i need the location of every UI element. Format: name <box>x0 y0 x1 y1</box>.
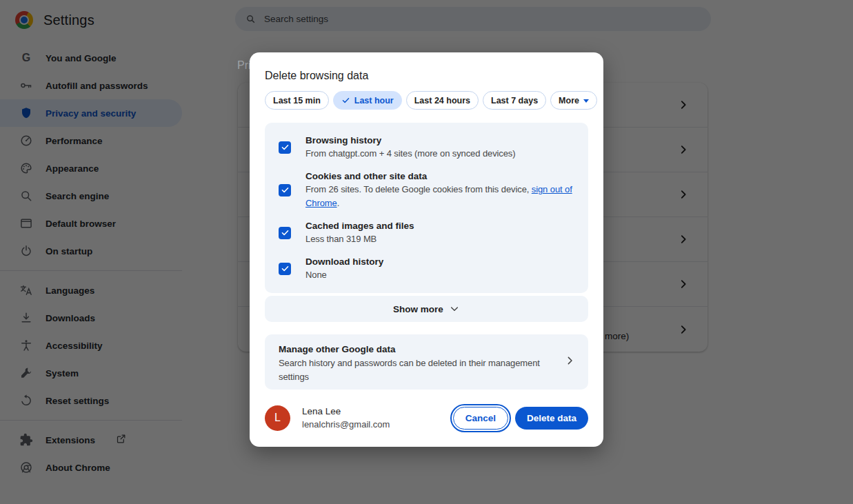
account-email: lenalchris@gmail.com <box>302 418 390 431</box>
check-icon <box>341 96 350 105</box>
chip-last-hour[interactable]: Last hour <box>333 91 402 110</box>
caret-down-icon <box>583 99 589 103</box>
time-range-chips: Last 15 min Last hour Last 24 hours Last… <box>265 91 588 110</box>
cached-images-checkbox[interactable] <box>279 227 291 239</box>
cancel-button[interactable]: Cancel <box>453 407 508 430</box>
chip-more[interactable]: More <box>550 91 597 110</box>
delete-data-button[interactable]: Delete data <box>515 407 588 430</box>
chevron-down-icon <box>449 303 460 314</box>
checkbox-row-cookies: Cookies and other site data From 26 site… <box>279 170 574 210</box>
download-history-checkbox[interactable] <box>279 263 291 275</box>
chip-last-7-days[interactable]: Last 7 days <box>483 91 546 110</box>
chip-last-24-hours[interactable]: Last 24 hours <box>406 91 479 110</box>
page-heading-fragment: Pri <box>237 59 251 72</box>
dialog-title: Delete browsing data <box>265 70 588 82</box>
cookies-checkbox[interactable] <box>279 184 291 196</box>
data-types-list: Browsing history From chatgpt.com + 4 si… <box>265 123 588 293</box>
avatar: L <box>265 405 290 431</box>
check-icon <box>281 143 290 152</box>
check-icon <box>281 264 290 273</box>
chevron-right-icon <box>564 355 576 370</box>
checkbox-row-download-history: Download history None <box>279 255 574 282</box>
checkbox-row-browsing-history: Browsing history From chatgpt.com + 4 si… <box>279 134 574 161</box>
show-more-button[interactable]: Show more <box>265 296 588 322</box>
check-icon <box>281 228 290 237</box>
manage-other-google-data[interactable]: Manage other Google data Search history … <box>265 334 588 390</box>
delete-browsing-data-dialog: Delete browsing data Last 15 min Last ho… <box>250 52 603 447</box>
dialog-footer: L Lena Lee lenalchris@gmail.com Cancel D… <box>265 405 588 431</box>
check-icon <box>281 185 290 194</box>
checkbox-row-cached-images: Cached images and files Less than 319 MB <box>279 219 574 246</box>
account-name: Lena Lee <box>302 405 390 418</box>
browsing-history-checkbox[interactable] <box>279 141 291 154</box>
account-info: Lena Lee lenalchris@gmail.com <box>302 405 390 431</box>
chip-last-15-min[interactable]: Last 15 min <box>265 91 329 110</box>
dialog-buttons: Cancel Delete data <box>450 407 588 430</box>
